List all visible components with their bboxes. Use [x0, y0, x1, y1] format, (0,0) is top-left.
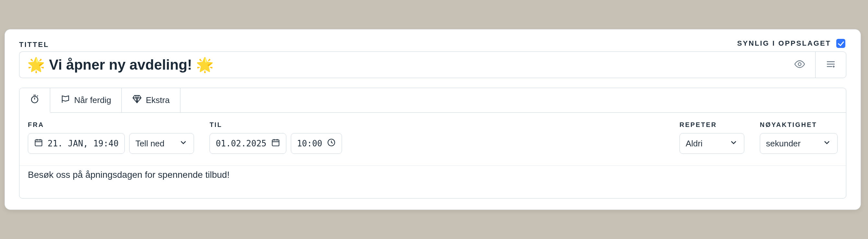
to-date-picker[interactable]: 01.02.2025 — [210, 133, 286, 154]
to-time-picker[interactable]: 10:00 — [291, 133, 342, 154]
countdown-select[interactable]: Tell ned — [129, 133, 194, 154]
diamond-icon — [132, 94, 142, 106]
chevron-down-icon — [179, 138, 188, 149]
svg-point-0 — [798, 63, 801, 66]
visible-checkbox[interactable] — [836, 39, 845, 48]
title-input[interactable]: 🌟 Vi åpner ny avdeling! 🌟 — [19, 52, 784, 78]
svg-rect-10 — [35, 140, 42, 146]
precision-select[interactable]: sekunder — [760, 133, 838, 154]
tab-label: Når ferdig — [74, 95, 111, 105]
from-date-value: 21. JAN, 19:40 — [48, 139, 119, 148]
visible-label: SYNLIG I OPPSLAGET — [737, 39, 831, 48]
calendar-icon — [271, 138, 280, 149]
precision-label: NØYAKTIGHET — [760, 121, 838, 128]
select-value: Aldri — [686, 139, 703, 149]
tab-bar: Når ferdig Ekstra — [20, 88, 846, 113]
calendar-icon — [34, 138, 43, 149]
preview-button[interactable] — [784, 52, 815, 78]
repeat-select[interactable]: Aldri — [680, 133, 744, 154]
to-time-value: 10:00 — [297, 139, 322, 148]
select-value: sekunder — [766, 139, 801, 149]
to-date-value: 01.02.2025 — [216, 139, 267, 148]
editor-card: TITTEL SYNLIG I OPPSLAGET 🌟 Vi åpner ny … — [4, 29, 861, 210]
from-date-picker[interactable]: 21. JAN, 19:40 — [28, 133, 125, 154]
tab-extra[interactable]: Ekstra — [122, 88, 180, 112]
stopwatch-icon — [30, 94, 39, 106]
repeat-label: REPETER — [680, 121, 744, 128]
select-value: Tell ned — [135, 139, 164, 149]
tab-when-done[interactable]: Når ferdig — [50, 88, 122, 112]
flag-icon — [61, 94, 70, 106]
svg-rect-14 — [272, 140, 279, 146]
eye-icon — [794, 58, 805, 71]
list-add-icon — [825, 58, 837, 71]
tab-label: Ekstra — [146, 95, 170, 105]
chevron-down-icon — [729, 138, 738, 149]
title-label: TITTEL — [19, 40, 49, 49]
svg-line-9 — [37, 95, 38, 96]
clock-icon — [327, 138, 336, 149]
chevron-down-icon — [822, 138, 831, 149]
options-button[interactable] — [815, 52, 846, 78]
from-label: FRA — [28, 121, 194, 128]
tab-timer[interactable] — [20, 88, 50, 113]
description-input[interactable]: Besøk oss på åpningsdagen for spennende … — [20, 166, 846, 198]
settings-panel: Når ferdig Ekstra FRA — [19, 88, 846, 199]
to-label: TIL — [210, 121, 342, 128]
